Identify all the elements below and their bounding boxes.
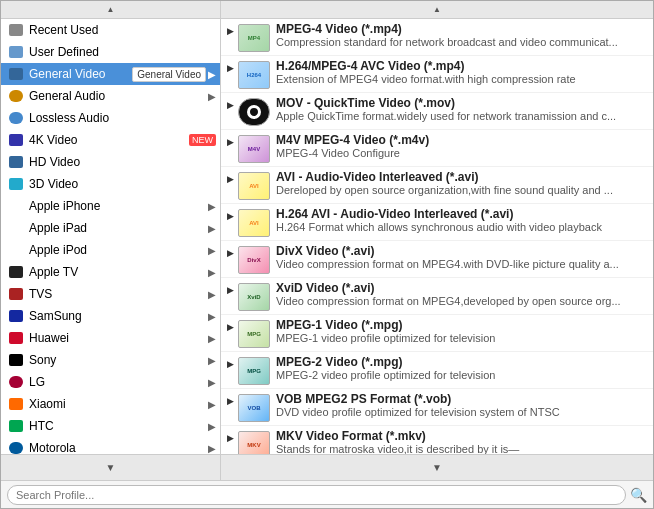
format-item-vob[interactable]: ▶VOBVOB MPEG2 PS Format (*.vob)DVD video… xyxy=(221,389,653,426)
format-item-h264[interactable]: ▶H264H.264/MPEG-4 AVC Video (*.mp4)Exten… xyxy=(221,56,653,93)
apple-icon xyxy=(7,198,25,214)
expand-arrow-icon: ▶ xyxy=(208,201,216,212)
left-scroll-up[interactable]: ▲ xyxy=(1,1,221,18)
format-item-divx[interactable]: ▶DivXDivX Video (*.avi)Video compression… xyxy=(221,241,653,278)
format-desc: Extension of MPEG4 video format.with hig… xyxy=(276,73,649,85)
sidebar-item-label: Lossless Audio xyxy=(29,111,216,125)
format-title: AVI - Audio-Video Interleaved (*.avi) xyxy=(276,170,649,184)
sidebar-item-4k-video[interactable]: 4K VideoNEW xyxy=(1,129,220,151)
sidebar-item-tvs[interactable]: TVS▶ xyxy=(1,283,220,305)
left-scroll-down[interactable]: ▼ xyxy=(1,455,221,480)
sidebar-item-recent-used[interactable]: Recent Used xyxy=(1,19,220,41)
format-text-block: AVI - Audio-Video Interleaved (*.avi)Der… xyxy=(276,170,649,196)
sidebar-item-huawei[interactable]: Huawei▶ xyxy=(1,327,220,349)
format-item-avi[interactable]: ▶AVIAVI - Audio-Video Interleaved (*.avi… xyxy=(221,167,653,204)
lg-icon xyxy=(7,374,25,390)
sidebar-item-label: Motorola xyxy=(29,441,206,454)
sidebar-item-label: Apple iPod xyxy=(29,243,206,257)
content-row: Recent UsedUser DefinedGeneral VideoGene… xyxy=(1,19,653,454)
sidebar-item-apple-iphone[interactable]: Apple iPhone▶ xyxy=(1,195,220,217)
sidebar-item-samsung[interactable]: SamSung▶ xyxy=(1,305,220,327)
format-title: H.264/MPEG-4 AVC Video (*.mp4) xyxy=(276,59,649,73)
item-arrow-icon: ▶ xyxy=(227,248,234,258)
format-icon-label: M4V xyxy=(248,146,260,153)
sidebar-item-xiaomi[interactable]: Xiaomi▶ xyxy=(1,393,220,415)
format-icon-label: MPG xyxy=(247,368,261,375)
format-desc: Dereloped by open source organization,wi… xyxy=(276,184,649,196)
format-item-mov[interactable]: ▶MOV - QuickTime Video (*.mov)Apple Quic… xyxy=(221,93,653,130)
format-title: MOV - QuickTime Video (*.mov) xyxy=(276,96,649,110)
sidebar-item-label: TVS xyxy=(29,287,206,301)
format-item-mkv[interactable]: ▶MKVMKV Video Format (*.mkv)Stands for m… xyxy=(221,426,653,454)
format-icon-label: MPG xyxy=(247,331,261,338)
format-desc: Stands for matroska video,it is describe… xyxy=(276,443,649,454)
left-panel[interactable]: Recent UsedUser DefinedGeneral VideoGene… xyxy=(1,19,221,454)
format-item-mpeg2[interactable]: ▶MPGMPEG-2 Video (*.mpg)MPEG-2 video pro… xyxy=(221,352,653,389)
down-arrow-right-icon: ▼ xyxy=(432,462,442,473)
format-title: VOB MPEG2 PS Format (*.vob) xyxy=(276,392,649,406)
format-item-h264avi[interactable]: ▶AVIH.264 AVI - Audio-Video Interleaved … xyxy=(221,204,653,241)
format-title: MPEG-4 Video (*.mp4) xyxy=(276,22,649,36)
4k-icon xyxy=(7,132,25,148)
tooltip-badge: General Video xyxy=(132,67,206,82)
bottom-row: ▼ ▼ xyxy=(1,454,653,480)
sidebar-item-sony[interactable]: Sony▶ xyxy=(1,349,220,371)
htc-icon xyxy=(7,418,25,434)
search-icon[interactable]: 🔍 xyxy=(630,487,647,503)
sidebar-item-htc[interactable]: HTC▶ xyxy=(1,415,220,437)
format-title: MKV Video Format (*.mkv) xyxy=(276,429,649,443)
expand-arrow-icon: ▶ xyxy=(208,355,216,366)
right-scroll-down[interactable]: ▼ xyxy=(221,455,653,480)
sidebar-item-general-video[interactable]: General VideoGeneral Video▶ xyxy=(1,63,220,85)
sidebar-item-label: 4K Video xyxy=(29,133,185,147)
format-icon-divx: DivX xyxy=(238,246,270,274)
item-arrow-icon: ▶ xyxy=(227,211,234,221)
sony-icon xyxy=(7,352,25,368)
lossless-icon xyxy=(7,110,25,126)
sidebar-item-lossless-audio[interactable]: Lossless Audio xyxy=(1,107,220,129)
sidebar-item-motorola[interactable]: Motorola▶ xyxy=(1,437,220,454)
format-item-m4v[interactable]: ▶M4VM4V MPEG-4 Video (*.m4v)MPEG-4 Video… xyxy=(221,130,653,167)
sidebar-item-user-defined[interactable]: User Defined xyxy=(1,41,220,63)
item-arrow-icon: ▶ xyxy=(227,433,234,443)
right-scroll-up[interactable]: ▲ xyxy=(221,1,653,18)
format-icon-h264: H264 xyxy=(238,61,270,89)
apple-icon xyxy=(7,220,25,236)
search-input[interactable] xyxy=(7,485,626,505)
format-text-block: H.264/MPEG-4 AVC Video (*.mp4)Extension … xyxy=(276,59,649,85)
right-panel[interactable]: ▶MP4MPEG-4 Video (*.mp4)Compression stan… xyxy=(221,19,653,454)
xiaomi-icon xyxy=(7,396,25,412)
user-icon xyxy=(7,44,25,60)
format-icon-xvid: XviD xyxy=(238,283,270,311)
sidebar-item-apple-ipad[interactable]: Apple iPad▶ xyxy=(1,217,220,239)
3d-icon xyxy=(7,176,25,192)
motorola-icon xyxy=(7,440,25,454)
sidebar-item-apple-ipod[interactable]: Apple iPod▶ xyxy=(1,239,220,261)
hd-icon xyxy=(7,154,25,170)
item-arrow-icon: ▶ xyxy=(227,285,234,295)
format-text-block: DivX Video (*.avi)Video compression form… xyxy=(276,244,649,270)
expand-arrow-icon: ▶ xyxy=(208,69,216,80)
format-item-mpeg1[interactable]: ▶MPGMPEG-1 Video (*.mpg)MPEG-1 video pro… xyxy=(221,315,653,352)
sidebar-item-label: 3D Video xyxy=(29,177,216,191)
sidebar-item-label: LG xyxy=(29,375,206,389)
huawei-icon xyxy=(7,330,25,346)
sidebar-item-general-audio[interactable]: General Audio▶ xyxy=(1,85,220,107)
sidebar-item-label: General Audio xyxy=(29,89,206,103)
down-arrow-left-icon: ▼ xyxy=(106,462,116,473)
sidebar-item-lg[interactable]: LG▶ xyxy=(1,371,220,393)
format-icon-mpeg1: MPG xyxy=(238,320,270,348)
sidebar-item-apple-tv[interactable]: Apple TV▶ xyxy=(1,261,220,283)
item-arrow-icon: ▶ xyxy=(227,322,234,332)
sidebar-item-hd-video[interactable]: HD Video xyxy=(1,151,220,173)
format-desc: H.264 Format which allows synchronous au… xyxy=(276,221,649,233)
format-item-xvid[interactable]: ▶XviDXviD Video (*.avi)Video compression… xyxy=(221,278,653,315)
format-desc: Compression standard for network broadca… xyxy=(276,36,649,48)
sidebar-item-label: Recent Used xyxy=(29,23,216,37)
format-icon-label: AVI xyxy=(249,220,259,227)
format-item-mpeg4[interactable]: ▶MP4MPEG-4 Video (*.mp4)Compression stan… xyxy=(221,19,653,56)
format-text-block: MOV - QuickTime Video (*.mov)Apple Quick… xyxy=(276,96,649,122)
sidebar-item-label: Xiaomi xyxy=(29,397,206,411)
sidebar-item-label: General Video xyxy=(29,67,128,81)
sidebar-item-3d-video[interactable]: 3D Video xyxy=(1,173,220,195)
